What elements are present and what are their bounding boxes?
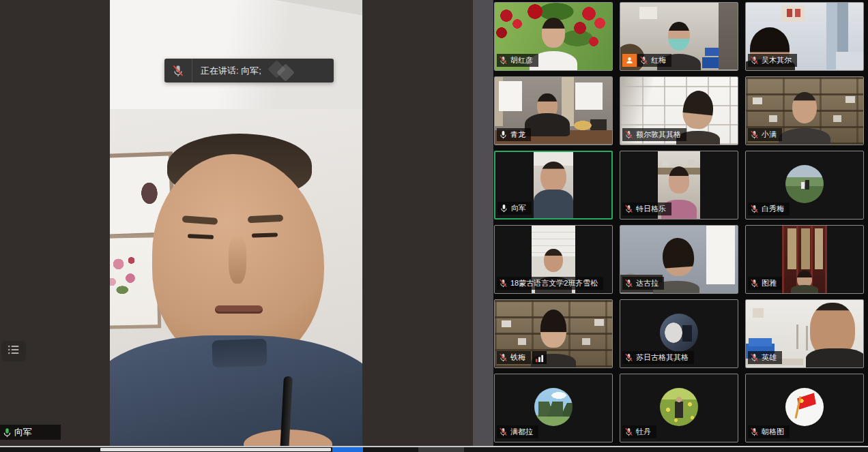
nose <box>229 235 246 284</box>
muted-mic-icon <box>639 56 648 65</box>
participant-tile[interactable]: 小满 <box>745 76 864 145</box>
participant-tile[interactable]: 苏日古格其其格 <box>620 299 738 368</box>
muted-mic-icon <box>750 56 759 65</box>
participant-avatar <box>660 388 698 426</box>
mic-icon <box>499 130 508 139</box>
participant-label: 胡红彦 <box>497 54 538 67</box>
participant-label: 向军 <box>497 202 532 215</box>
participant-avatar <box>785 388 824 426</box>
participant-label: 吴木其尔 <box>748 54 797 67</box>
mic-active-icon <box>2 427 12 438</box>
participant-video <box>782 226 827 293</box>
muted-mic-icon <box>499 56 508 65</box>
eyebrow <box>182 215 218 225</box>
eyebrow <box>248 215 283 224</box>
participant-tile[interactable]: 青龙 <box>494 76 613 145</box>
host-badge-icon <box>622 54 637 67</box>
participant-tile[interactable]: 吴木其尔 <box>745 2 864 71</box>
participant-avatar <box>660 314 698 352</box>
participant-label: 英雄 <box>748 351 782 364</box>
muted-mic-icon <box>624 205 633 213</box>
participant-label: 白秀梅 <box>748 202 790 215</box>
participant-name: 青龙 <box>510 130 525 140</box>
participant-label: 苏日古格其其格 <box>622 351 694 364</box>
taskbar-app-button[interactable] <box>418 447 464 452</box>
muted-mic-icon <box>624 279 633 288</box>
participant-label: 红梅 <box>622 54 671 67</box>
participant-label: 额尔敦其其格 <box>622 128 686 141</box>
meeting-logo-watermark <box>270 61 298 80</box>
mouth <box>215 305 263 314</box>
eye <box>188 234 214 239</box>
muted-mic-icon <box>499 279 508 288</box>
participant-name: 18蒙古语言文学2班齐雪松 <box>510 278 598 288</box>
muted-mic-icon <box>499 427 508 436</box>
taskbar <box>0 447 868 452</box>
participant-tile[interactable]: 朝格图 <box>745 374 864 442</box>
ceiling <box>110 0 362 109</box>
participant-list-icon <box>8 344 20 358</box>
participant-name: 胡红彦 <box>510 55 533 65</box>
muted-mic-icon <box>624 427 633 436</box>
participant-name: 英雄 <box>762 352 777 363</box>
participant-name: 小满 <box>762 130 777 140</box>
participant-name: 额尔敦其其格 <box>636 130 681 140</box>
participant-label: 特日格乐 <box>622 202 671 215</box>
network-signal-icon <box>532 351 547 364</box>
participant-tile[interactable]: 特日格乐 <box>620 151 738 220</box>
participant-name: 铁梅 <box>510 352 525 363</box>
participant-video <box>534 152 573 218</box>
participant-avatar <box>534 388 573 426</box>
muted-mic-icon <box>624 130 633 139</box>
taskbar-search-box[interactable] <box>100 448 331 451</box>
muted-mic-icon <box>164 59 192 82</box>
participant-name: 向军 <box>511 203 526 213</box>
participant-tile[interactable]: 额尔敦其其格 <box>620 76 738 145</box>
participant-name: 吴木其尔 <box>762 55 792 65</box>
stage-grid-divider <box>473 0 493 446</box>
speaking-text: 正在讲话: 向军; <box>201 65 261 77</box>
self-name: 向军 <box>14 426 32 438</box>
muted-mic-icon <box>750 130 759 139</box>
muted-mic-icon <box>499 353 508 362</box>
participant-tile[interactable]: 图雅 <box>745 225 864 294</box>
participant-tile-active-speaker[interactable]: 向军 <box>494 151 613 220</box>
participant-label: 朝格图 <box>748 425 790 438</box>
participant-tile[interactable]: 铁梅 <box>494 299 613 368</box>
muted-mic-icon <box>750 427 759 436</box>
participant-grid: 胡红彦红梅吴木其尔青龙额尔敦其其格小满向军特日格乐白秀梅18蒙古语言文学2班齐雪… <box>493 0 868 446</box>
participant-tile[interactable]: 白秀梅 <box>745 151 864 220</box>
participant-label: 青龙 <box>497 128 531 141</box>
participant-label: 达古拉 <box>622 277 664 290</box>
participant-name: 图雅 <box>762 278 777 288</box>
muted-mic-icon <box>750 205 759 213</box>
participant-tile[interactable]: 达古拉 <box>620 225 738 294</box>
participant-tile[interactable]: 胡红彦 <box>494 2 613 71</box>
participant-name: 白秀梅 <box>762 204 784 214</box>
participant-tile[interactable]: 红梅 <box>620 2 738 71</box>
participant-name: 朝格图 <box>762 427 784 437</box>
participant-name: 红梅 <box>651 55 666 65</box>
participant-tile[interactable]: 满都拉 <box>494 374 613 442</box>
participant-label: 满都拉 <box>497 425 538 438</box>
participant-tile[interactable]: 牡丹 <box>620 374 738 442</box>
main-stage: 正在讲话: 向军; 向军 <box>0 0 473 446</box>
taskbar-active-app[interactable] <box>332 447 363 452</box>
participant-tile[interactable]: 18蒙古语言文学2班齐雪松 <box>494 225 613 294</box>
participant-label: 铁梅 <box>497 351 547 364</box>
participant-label: 牡丹 <box>622 425 656 438</box>
participant-label: 18蒙古语言文学2班齐雪松 <box>497 277 603 290</box>
muted-mic-icon <box>750 279 759 288</box>
participant-name: 满都拉 <box>510 427 533 437</box>
speaking-banner: 正在讲话: 向军; <box>164 59 334 82</box>
participant-name: 特日格乐 <box>636 204 666 214</box>
muted-mic-icon <box>624 353 633 362</box>
participant-name: 苏日古格其其格 <box>636 352 689 363</box>
participant-list-toggle-button[interactable] <box>1 341 26 361</box>
jacket-collar <box>212 339 267 368</box>
participant-label: 图雅 <box>748 277 782 290</box>
participant-name: 达古拉 <box>636 278 659 288</box>
participant-avatar <box>785 165 824 203</box>
participant-tile[interactable]: 英雄 <box>745 299 864 368</box>
eye <box>252 232 278 237</box>
